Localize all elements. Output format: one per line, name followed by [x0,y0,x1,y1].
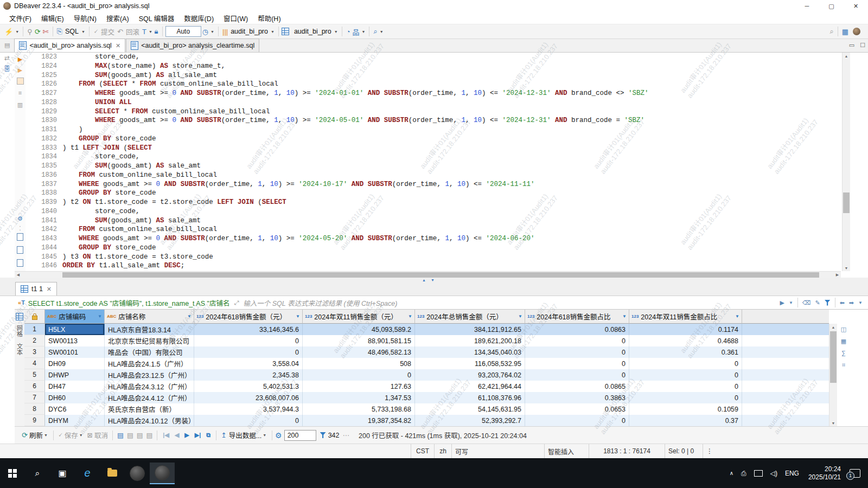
menu-item[interactable]: 编辑(E) [36,12,69,24]
app-icon-1[interactable] [125,463,150,484]
grid-cell[interactable]: 0 [194,415,303,426]
dbeaver-taskbar-icon[interactable] [150,463,175,484]
quick-search-icon[interactable]: ⌕ [829,26,833,37]
column-header[interactable]: 1232024年618销售金额占比▼ [525,310,629,324]
sql-editor[interactable]: 1823 store_code,1824 MAX(store_name) AS … [25,53,841,271]
export-button[interactable]: 导出数据... [229,430,261,440]
status-segment[interactable]: 1813 : 1 : 76174 [589,444,665,458]
row-number[interactable]: 5 [24,369,45,381]
explain-icon[interactable]: ≡ [16,88,24,97]
row-number[interactable]: 2 [24,335,45,346]
row-number[interactable]: 4 [24,358,45,369]
column-filter-arrow-icon[interactable]: ▼ [406,314,412,319]
task-view-icon[interactable]: ▣ [50,463,75,484]
editor-list-icon[interactable]: ▤ [4,42,10,49]
rollback-label[interactable]: 回滚 [126,27,139,37]
scrollbar-thumb[interactable] [62,272,819,278]
grid-cell[interactable]: 唯品会（中国）有限公司 [105,346,194,358]
clear-filter-icon[interactable]: ⌫ [802,299,811,306]
grid-cell[interactable]: 0 [525,346,629,358]
export-result-icon[interactable] [16,233,24,241]
database-selector[interactable]: audit_bi_pro [231,28,268,35]
fetch-all-icon[interactable]: ⧉ [206,432,210,439]
restore-panel-icon[interactable]: ⇄ [3,54,11,62]
grid-cell[interactable]: 134,345,040.03 [415,346,525,358]
filter-query-text[interactable]: SELECT t1.store_code AS "店铺编码", t1.store… [28,298,230,308]
grid-cell[interactable]: 93,203,764.02 [415,369,525,381]
grid-cell[interactable]: HLA唯品会24.3.12（广州） [105,381,194,392]
language-indicator[interactable]: ENG [785,470,799,477]
usb-tray-icon[interactable]: ⎙ [741,470,746,477]
row-number[interactable]: 6 [24,381,45,392]
database-navigator-icon[interactable]: 🗄︎ [3,65,11,73]
grid-cell[interactable]: 508 [303,358,415,369]
grid-cell[interactable]: 0 [629,369,742,381]
grid-cell[interactable]: 0.4688 [629,335,742,346]
cancel-icon[interactable]: ⊠ [87,431,93,439]
column-header[interactable]: 1232024年双11销售金额占比▼ [629,310,742,324]
column-filter-arrow-icon[interactable]: ▼ [621,314,627,319]
execute-statement-icon[interactable]: ▶ [16,55,24,63]
grid-cell[interactable]: 0 [303,369,415,381]
last-row-icon[interactable]: ▶| [195,432,201,439]
more-icon[interactable]: ⋯ [342,431,349,439]
column-filter-arrow-icon[interactable]: ▼ [96,314,102,319]
grid-cell[interactable]: HLA京东自营18.3.14 [105,324,194,335]
grid-cell[interactable]: 52,393,292.7 [415,415,525,426]
scroll-down-icon[interactable]: ▼ [829,420,837,426]
save-icon[interactable]: 🗸 [58,431,63,439]
commit-icon[interactable]: 🗸 [93,26,98,37]
grid-cell[interactable]: 19,387,354.82 [303,415,415,426]
next-row-icon[interactable]: ▶ [184,432,189,439]
tx-mode-select[interactable]: Auto [165,26,201,37]
grid-cell[interactable]: 0 [629,381,742,392]
grid-cell[interactable]: DH09 [45,358,105,369]
grid-cell[interactable]: 0.1059 [629,403,742,415]
reconnect-icon[interactable]: ⟳ [35,26,41,37]
editor-tab[interactable]: <audit_bi_pro> analysis_cleartime.sql [126,38,259,52]
grid-cell[interactable]: 88,901,581.15 [303,335,415,346]
lock-icon[interactable]: 🔒︎ [155,26,158,37]
grid-cell[interactable]: DYC6 [45,403,105,415]
open-script-icon[interactable] [16,259,24,267]
grid-cell[interactable]: H5LX [45,324,105,335]
column-header[interactable]: 1232024年总销售金额（元）▼ [415,310,525,324]
grid-cell[interactable]: HLA唯品会23.12.5（广州） [105,369,194,381]
fetch-size-input[interactable]: 200 [284,430,316,441]
scroll-up-icon[interactable]: ▲ [829,324,837,330]
delete-row-icon[interactable]: ▤ [137,431,143,439]
presentation-tab-grid[interactable]: 网格 [15,325,24,337]
row-count-funnel-icon[interactable] [320,432,326,438]
chevron-down-icon[interactable]: ▼ [789,300,793,305]
script-icon[interactable]: ▥ [16,100,24,109]
row-number[interactable]: 1 [24,324,45,335]
volume-tray-icon[interactable]: ◁) [770,470,777,477]
chevron-down-icon[interactable]: ▼ [334,30,338,34]
grid-cell[interactable]: 0 [629,358,742,369]
grid-cell[interactable]: 英氏京东自营店（新） [105,403,194,415]
save-label[interactable]: 保存 [65,430,78,440]
status-segment[interactable]: Sel: 0 | 0 [665,444,703,458]
scrollbar-thumb[interactable] [830,331,837,383]
new-connection-icon[interactable]: ⚡ [4,26,13,37]
transaction-filter-icon[interactable]: T [142,26,146,37]
first-row-icon[interactable]: |◀ [163,432,169,439]
menu-item[interactable]: 窗口(W) [219,12,253,24]
network-tray-icon[interactable] [754,470,763,477]
calc-panel-icon[interactable]: ∑ [839,349,848,357]
grid-cell[interactable]: 0 [525,369,629,381]
perspective-icon[interactable]: ▦ [842,26,848,37]
scroll-down-icon[interactable]: ▼ [843,265,850,271]
grid-cell[interactable]: 0.1174 [629,324,742,335]
grid-cell[interactable]: 0 [525,335,629,346]
menu-item[interactable]: 导航(N) [69,12,101,24]
minimize-button[interactable]: ─ [795,0,819,12]
apply-filter-icon[interactable]: ▶ [780,299,784,306]
maximize-panel-icon[interactable]: ☐ [860,42,865,49]
grid-cell[interactable]: 2,345.38 [194,369,303,381]
edit-row-icon[interactable]: ▤ [146,431,153,439]
row-header-corner[interactable] [24,310,45,324]
close-button[interactable]: ✕ [844,0,868,12]
connect-icon[interactable]: ⚲ [27,26,33,37]
prev-row-icon[interactable]: ◀ [175,432,179,439]
